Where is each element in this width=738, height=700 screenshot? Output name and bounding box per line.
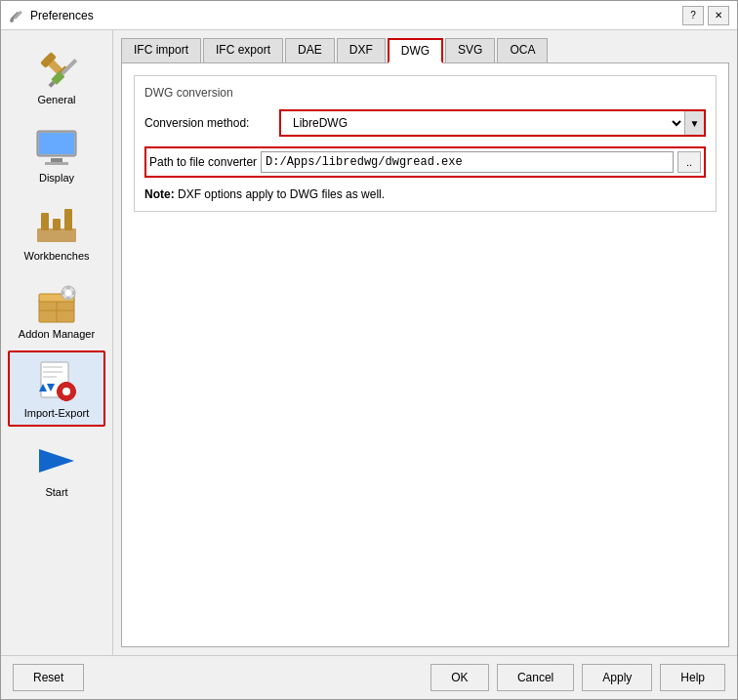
svg-rect-26 bbox=[72, 291, 75, 295]
path-browse-button[interactable]: .. bbox=[677, 151, 701, 173]
sidebar-item-display-label: Display bbox=[39, 172, 74, 184]
titlebar-controls: ? ✕ bbox=[682, 6, 729, 25]
tab-oca[interactable]: OCA bbox=[497, 38, 548, 63]
cancel-button[interactable]: Cancel bbox=[497, 664, 574, 691]
note-text: Note: DXF options apply to DWG files as … bbox=[144, 187, 706, 201]
sidebar-item-display[interactable]: Display bbox=[8, 116, 105, 190]
tab-dwg[interactable]: DWG bbox=[388, 38, 443, 63]
tab-dxf[interactable]: DXF bbox=[337, 38, 386, 63]
sidebar-item-start[interactable]: Start bbox=[8, 431, 105, 505]
sidebar-item-start-label: Start bbox=[45, 486, 67, 498]
sidebar-item-workbenches-label: Workbenches bbox=[23, 250, 89, 262]
svg-rect-11 bbox=[51, 158, 62, 162]
preferences-window: Preferences ? ✕ bbox=[0, 0, 738, 700]
ok-button[interactable]: OK bbox=[430, 664, 489, 691]
tab-content-dwg: DWG conversion Conversion method: LibreD… bbox=[121, 62, 729, 647]
dwg-conversion-section: DWG conversion Conversion method: LibreD… bbox=[134, 75, 717, 212]
conversion-method-select[interactable]: LibreDWG ODA File Converter QCAD/LibreCA… bbox=[281, 111, 684, 135]
help-bottom-button[interactable]: Help bbox=[660, 664, 725, 691]
conversion-method-select-wrapper: LibreDWG ODA File Converter QCAD/LibreCA… bbox=[279, 109, 706, 137]
svg-point-2 bbox=[10, 19, 14, 22]
note-bold: Note: bbox=[144, 187, 175, 201]
help-button[interactable]: ? bbox=[682, 6, 704, 25]
tab-ifc-import[interactable]: IFC import bbox=[121, 38, 201, 63]
svg-rect-33 bbox=[64, 382, 68, 386]
bottom-right: OK Cancel Apply Help bbox=[430, 664, 725, 691]
close-button[interactable]: ✕ bbox=[708, 6, 729, 25]
tab-dae[interactable]: DAE bbox=[285, 38, 335, 63]
titlebar-left: Preferences bbox=[9, 8, 94, 23]
main-panel: IFC import IFC export DAE DXF DWG SVG bbox=[113, 30, 737, 655]
svg-rect-24 bbox=[66, 297, 70, 300]
sidebar: General Display bbox=[1, 30, 113, 655]
svg-marker-39 bbox=[39, 449, 74, 473]
workbenches-icon bbox=[33, 201, 80, 248]
tab-svg[interactable]: SVG bbox=[445, 38, 495, 63]
bottom-left: Reset bbox=[13, 664, 84, 691]
sidebar-item-addon-manager[interactable]: Addon Manager bbox=[8, 272, 105, 347]
svg-rect-16 bbox=[64, 209, 72, 230]
path-label: Path to file converter bbox=[149, 155, 257, 169]
preferences-icon bbox=[9, 8, 24, 23]
titlebar: Preferences ? ✕ bbox=[1, 1, 737, 30]
svg-rect-25 bbox=[62, 291, 64, 295]
svg-rect-23 bbox=[66, 286, 70, 289]
conversion-method-row: Conversion method: LibreDWG ODA File Con… bbox=[144, 109, 706, 137]
svg-rect-36 bbox=[72, 390, 76, 393]
sidebar-item-import-export-label: Import-Export bbox=[24, 407, 90, 419]
conversion-method-label: Conversion method: bbox=[144, 116, 271, 130]
svg-rect-12 bbox=[45, 162, 68, 165]
svg-point-22 bbox=[65, 290, 71, 296]
svg-rect-29 bbox=[43, 371, 62, 373]
bottom-bar: Reset OK Cancel Apply Help bbox=[1, 655, 737, 699]
import-export-icon bbox=[33, 358, 80, 405]
svg-rect-6 bbox=[61, 59, 77, 75]
window-title: Preferences bbox=[30, 9, 94, 22]
start-icon bbox=[33, 437, 80, 484]
addon-icon bbox=[33, 279, 80, 326]
sidebar-item-general[interactable]: General bbox=[8, 38, 105, 112]
path-row: Path to file converter .. bbox=[144, 146, 706, 178]
sidebar-item-general-label: General bbox=[37, 94, 75, 105]
svg-rect-34 bbox=[64, 397, 68, 401]
svg-rect-13 bbox=[37, 228, 76, 242]
svg-rect-14 bbox=[41, 213, 49, 230]
svg-rect-15 bbox=[53, 219, 61, 230]
svg-rect-28 bbox=[43, 366, 62, 368]
tab-ifc-export[interactable]: IFC export bbox=[203, 38, 283, 63]
sidebar-item-addon-manager-label: Addon Manager bbox=[19, 328, 95, 340]
svg-rect-35 bbox=[57, 390, 61, 393]
tab-bar: IFC import IFC export DAE DXF DWG SVG bbox=[121, 38, 729, 63]
apply-button[interactable]: Apply bbox=[582, 664, 652, 691]
sidebar-item-workbenches[interactable]: Workbenches bbox=[8, 194, 105, 268]
svg-rect-30 bbox=[43, 376, 57, 378]
reset-button[interactable]: Reset bbox=[13, 664, 84, 691]
select-arrow-icon: ▼ bbox=[684, 111, 704, 135]
sidebar-item-import-export[interactable]: Import-Export bbox=[8, 350, 105, 427]
section-title: DWG conversion bbox=[144, 86, 706, 100]
note-content: DXF options apply to DWG files as well. bbox=[178, 187, 385, 201]
svg-rect-10 bbox=[39, 133, 74, 154]
svg-point-32 bbox=[62, 388, 70, 395]
content-area: General Display bbox=[1, 30, 737, 655]
display-icon bbox=[33, 123, 80, 170]
path-input[interactable] bbox=[261, 151, 674, 173]
general-icon bbox=[33, 45, 80, 92]
